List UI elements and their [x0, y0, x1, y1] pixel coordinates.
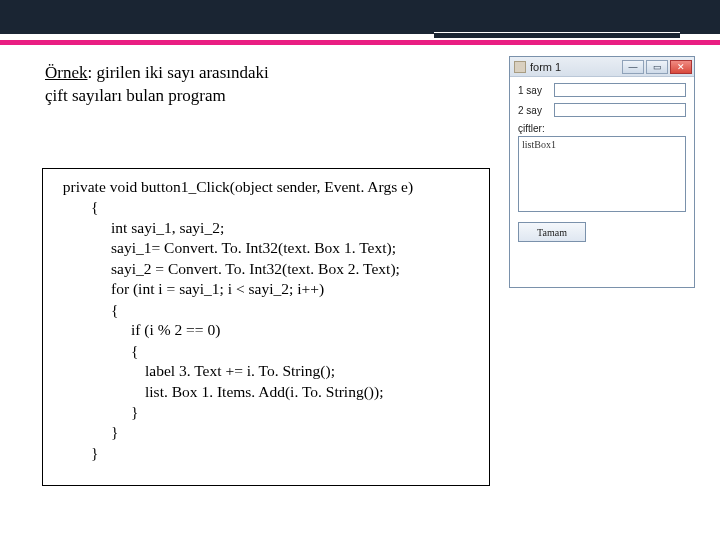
- listbox-ciftler[interactable]: listBox1: [518, 136, 686, 212]
- textbox-sayi1[interactable]: [554, 83, 686, 97]
- code-line: sayi_1= Convert. To. Int32(text. Box 1. …: [45, 238, 487, 258]
- code-line: {: [45, 341, 487, 361]
- code-box: private void button1_Click(object sender…: [42, 168, 490, 486]
- titlebar: form 1 — ▭ ✕: [510, 57, 694, 77]
- form-window: form 1 — ▭ ✕ 1 say 2 say çiftler: listBo…: [509, 56, 695, 288]
- maximize-button[interactable]: ▭: [646, 60, 668, 74]
- code-line: for (int i = sayi_1; i < sayi_2; i++): [45, 279, 487, 299]
- minimize-button[interactable]: —: [622, 60, 644, 74]
- label-sayi2: 2 say: [518, 105, 548, 116]
- maximize-icon: ▭: [653, 62, 662, 72]
- heading-rest-1: : girilen iki sayı arasındaki: [87, 63, 268, 82]
- close-icon: ✕: [677, 62, 685, 72]
- code-line: }: [45, 422, 487, 442]
- tamam-button[interactable]: Tamam: [518, 222, 586, 242]
- code-line: }: [45, 402, 487, 422]
- code-line: int sayi_1, sayi_2;: [45, 218, 487, 238]
- code-line: }: [45, 443, 487, 463]
- slide-top-divider: [434, 32, 680, 38]
- heading-underlined: Örnek: [45, 63, 87, 82]
- form-icon: [514, 61, 526, 73]
- slide-top-bar: [0, 0, 720, 34]
- close-button[interactable]: ✕: [670, 60, 692, 74]
- listbox-placeholder: listBox1: [522, 139, 556, 150]
- code-line: {: [45, 300, 487, 320]
- code-line: list. Box 1. Items. Add(i. To. String())…: [45, 382, 487, 402]
- code-line: sayi_2 = Convert. To. Int32(text. Box 2.…: [45, 259, 487, 279]
- label-ciftler: çiftler:: [518, 123, 686, 134]
- example-heading: Örnek: girilen iki sayı arasındaki çift …: [45, 62, 355, 108]
- heading-line-2: çift sayıları bulan program: [45, 86, 226, 105]
- label-sayi1: 1 say: [518, 85, 548, 96]
- code-line: if (i % 2 == 0): [45, 320, 487, 340]
- code-line: {: [45, 197, 487, 217]
- form-body: 1 say 2 say çiftler: listBox1 Tamam: [510, 77, 694, 287]
- textbox-sayi2[interactable]: [554, 103, 686, 117]
- tamam-button-label: Tamam: [537, 227, 567, 238]
- minimize-icon: —: [629, 62, 638, 72]
- slide-accent-bar: [0, 40, 720, 45]
- code-line: private void button1_Click(object sender…: [45, 177, 487, 197]
- window-title: form 1: [530, 61, 561, 73]
- code-line: label 3. Text += i. To. String();: [45, 361, 487, 381]
